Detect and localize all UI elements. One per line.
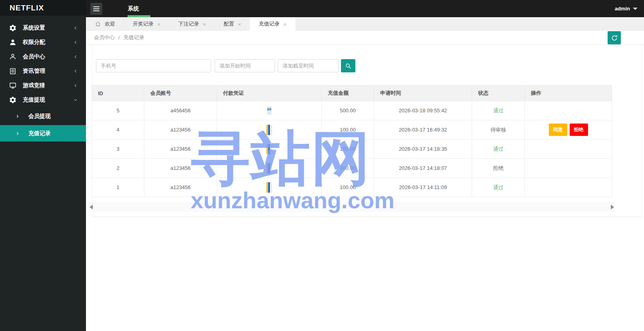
tab-welcome[interactable]: 欢迎 xyxy=(86,17,124,31)
user-dropdown[interactable]: admin xyxy=(615,0,638,17)
caret-down-icon xyxy=(633,8,638,10)
close-icon[interactable]: × xyxy=(203,21,206,27)
cell-id: 4 xyxy=(92,120,144,140)
reject-button[interactable]: 拒绝 xyxy=(570,124,588,136)
cell-time: 2026-03-17 14:18:07 xyxy=(374,159,472,178)
close-icon[interactable]: × xyxy=(238,21,241,27)
cell-voucher xyxy=(217,101,322,120)
sidebar: NETFLIX 系统设置 权限分配 会员中心 资讯管理 xyxy=(0,0,86,331)
chevron-left-icon xyxy=(73,26,78,30)
phone-input[interactable] xyxy=(96,59,211,72)
table-column-header: 充值金额 xyxy=(322,86,374,101)
sidebar-subitem-label: 会员提现 xyxy=(28,113,51,120)
table-row: 3a123456100.002026-03-17 14:18:35通过 xyxy=(92,140,612,159)
status-badge: 通过 xyxy=(493,184,504,190)
sidebar-subitem-recharge-records[interactable]: 充值记录 xyxy=(0,125,86,142)
username-label: admin xyxy=(615,6,630,12)
cell-amount: 100.00 xyxy=(322,120,374,140)
sidebar-item-permissions[interactable]: 权限分配 xyxy=(0,35,86,50)
breadcrumb-current: 充值记录 xyxy=(124,34,144,41)
scroll-right-icon[interactable] xyxy=(611,205,614,209)
status-badge: 通过 xyxy=(493,108,504,114)
end-time-input[interactable] xyxy=(278,59,339,72)
refresh-button[interactable] xyxy=(608,31,621,44)
table-column-header: 会员账号 xyxy=(144,86,217,101)
user-solid-icon xyxy=(9,38,17,46)
cell-voucher xyxy=(217,120,322,140)
cell-id: 3 xyxy=(92,140,144,159)
scroll-left-icon[interactable] xyxy=(90,205,93,209)
tab-lottery-records[interactable]: 开奖记录 × xyxy=(124,17,169,31)
close-icon[interactable]: × xyxy=(157,21,161,27)
home-icon xyxy=(95,21,101,27)
sidebar-item-system-settings[interactable]: 系统设置 xyxy=(0,21,86,35)
app-root: NETFLIX 系统设置 权限分配 会员中心 资讯管理 xyxy=(0,0,644,331)
gear-icon xyxy=(9,24,17,32)
cell-amount: 100.00 xyxy=(322,178,374,197)
search-filter-row xyxy=(96,59,355,72)
sidebar-item-game-quiz[interactable]: 游戏竞猜 xyxy=(0,78,86,93)
tab-recharge-records[interactable]: 充值记录 × xyxy=(250,17,295,31)
tab-label: 配置 xyxy=(224,20,234,28)
payment-voucher-thumbnail[interactable] xyxy=(266,163,272,173)
payment-voucher-thumbnail[interactable] xyxy=(267,107,271,115)
sidebar-item-label: 充值提现 xyxy=(23,96,73,104)
sidebar-subitem-member-withdraw[interactable]: 会员提现 xyxy=(0,108,86,124)
payment-voucher-thumbnail[interactable] xyxy=(266,125,272,135)
sidebar-item-label: 系统设置 xyxy=(23,24,73,32)
table-column-header: 操作 xyxy=(525,86,612,101)
cell-time: 2026-03-17 16:49:32 xyxy=(374,120,472,140)
table-column-header: 状态 xyxy=(472,86,525,101)
cell-account: a123456 xyxy=(144,120,217,140)
tab-config[interactable]: 配置 × xyxy=(215,17,250,31)
cell-actions xyxy=(525,101,612,120)
chevron-right-icon xyxy=(15,114,20,119)
search-button[interactable] xyxy=(341,59,355,72)
cell-status: 通过 xyxy=(472,101,525,120)
close-icon[interactable]: × xyxy=(283,21,287,27)
chevron-left-icon xyxy=(73,54,78,59)
breadcrumb-parent[interactable]: 会员中心 xyxy=(94,34,115,41)
cell-actions: 同意拒绝 xyxy=(525,120,612,140)
cell-id: 2 xyxy=(92,159,144,178)
records-table: ID会员账号付款凭证充值金额申请时间状态操作 5a456456500.00202… xyxy=(92,85,612,197)
hamburger-menu-button[interactable] xyxy=(90,3,102,15)
breadcrumb-separator: / xyxy=(118,35,120,41)
payment-voucher-thumbnail[interactable] xyxy=(266,144,272,154)
records-table-wrap: ID会员账号付款凭证充值金额申请时间状态操作 5a456456500.00202… xyxy=(92,85,612,197)
status-badge: 待审核 xyxy=(490,127,506,133)
cell-time: 2026-03-17 14:11:09 xyxy=(374,178,472,197)
tab-bet-records[interactable]: 下注记录 × xyxy=(169,17,215,31)
cell-voucher xyxy=(217,178,322,197)
cell-amount: 200.00 xyxy=(322,159,374,178)
table-column-header: 付款凭证 xyxy=(217,86,322,101)
chevron-left-icon xyxy=(73,40,78,45)
cell-status: 通过 xyxy=(472,178,525,197)
monitor-icon xyxy=(9,82,17,90)
agree-button[interactable]: 同意 xyxy=(549,124,567,136)
sidebar-item-news-management[interactable]: 资讯管理 xyxy=(0,64,86,78)
content-area: ID会员账号付款凭证充值金额申请时间状态操作 5a456456500.00202… xyxy=(86,45,644,331)
horizontal-scrollbar[interactable] xyxy=(89,202,615,212)
brand-logo: NETFLIX xyxy=(0,0,86,16)
start-time-input[interactable] xyxy=(215,59,275,72)
top-bar: 系统 admin xyxy=(86,0,644,17)
payment-voucher-thumbnail[interactable] xyxy=(266,182,272,193)
table-column-header: 申请时间 xyxy=(374,86,472,101)
sidebar-item-recharge-withdraw[interactable]: 充值提现 xyxy=(0,93,86,107)
table-column-header: ID xyxy=(92,86,144,101)
sidebar-item-label: 资讯管理 xyxy=(23,68,73,75)
cell-voucher xyxy=(217,140,322,159)
active-menu-underline xyxy=(128,15,150,17)
top-menu-system[interactable]: 系统 xyxy=(108,0,158,17)
cell-status: 拒绝 xyxy=(472,159,525,178)
cell-time: 2026-03-18 09:55:42 xyxy=(374,101,472,120)
table-row: 1a123456100.002026-03-17 14:11:09通过 xyxy=(92,178,612,197)
sidebar-item-member-center[interactable]: 会员中心 xyxy=(0,50,86,64)
gear-icon xyxy=(9,96,17,104)
status-badge: 通过 xyxy=(493,146,504,152)
cell-account: a456456 xyxy=(144,101,217,120)
tab-label: 开奖记录 xyxy=(133,20,154,28)
top-menu-label: 系统 xyxy=(128,5,139,12)
main-area: 系统 admin 欢迎 开奖记录 × 下注记录 × 配置 xyxy=(86,0,644,331)
